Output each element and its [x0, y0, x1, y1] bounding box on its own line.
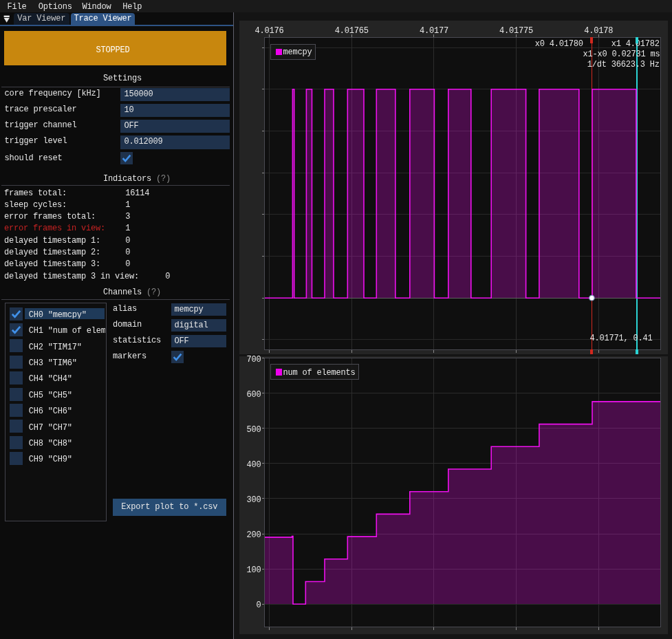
svg-text:4.01775: 4.01775: [499, 26, 533, 36]
svg-text:4.0177: 4.0177: [420, 26, 448, 36]
svg-text:100: 100: [246, 565, 261, 575]
svg-text:x0 4.01780: x0 4.01780: [535, 39, 583, 49]
svg-text:4.0176: 4.0176: [254, 26, 283, 36]
svg-text:500: 500: [246, 425, 261, 435]
svg-text:memcpy: memcpy: [283, 47, 312, 57]
svg-text:600: 600: [246, 390, 261, 400]
svg-text:1/dt 36623.3 Hz: 1/dt 36623.3 Hz: [587, 60, 660, 69]
svg-text:4.01765: 4.01765: [335, 26, 369, 36]
svg-text:4.0178: 4.0178: [584, 26, 613, 36]
svg-text:200: 200: [246, 530, 261, 540]
svg-text:0: 0: [256, 600, 261, 610]
svg-text:4.01771, 0.41: 4.01771, 0.41: [589, 334, 652, 343]
svg-text:300: 300: [246, 495, 261, 505]
svg-text:x1-x0 0.02731 ms: x1-x0 0.02731 ms: [583, 50, 660, 59]
svg-text:400: 400: [246, 460, 261, 470]
svg-text:num of elements: num of elements: [283, 368, 356, 378]
svg-text:700: 700: [246, 355, 261, 365]
